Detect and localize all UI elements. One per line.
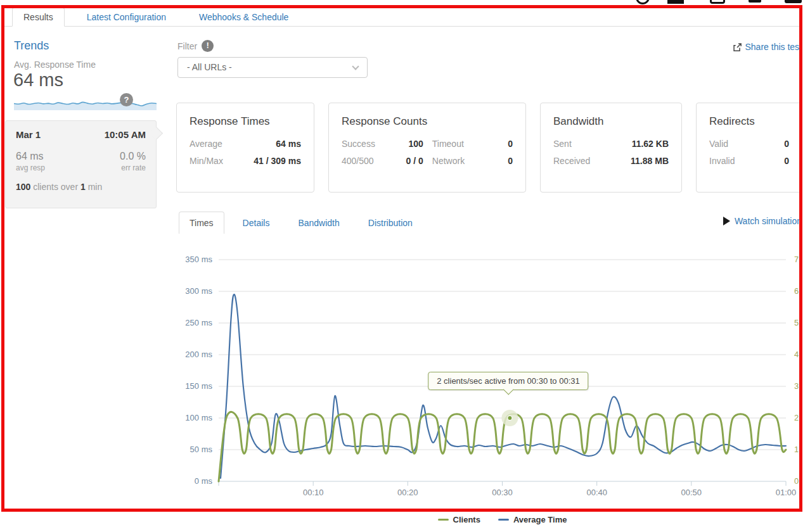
svg-text:1: 1: [794, 445, 799, 454]
average-time-legend-swatch: [498, 519, 509, 521]
stat-value: 64 ms: [276, 139, 301, 149]
run-date: Mar 1: [16, 129, 41, 140]
avg-resp-label: avg resp: [16, 163, 45, 172]
filter-label: Filter: [177, 41, 197, 51]
stat-label: 400/500: [342, 156, 375, 166]
svg-text:350 ms: 350 ms: [185, 255, 212, 264]
run-avg-response: 64 ms: [16, 151, 44, 162]
stat-label: Min/Max: [190, 156, 223, 166]
svg-text:150 ms: 150 ms: [185, 381, 212, 391]
tab-bandwidth[interactable]: Bandwidth: [288, 212, 349, 234]
watch-simulation-link[interactable]: Watch simulation: [723, 216, 802, 226]
load-test-results-page: { "colors": { "link_blue": "#337ab7", "c…: [0, 0, 810, 532]
trend-sparkline: [14, 92, 157, 110]
stat-value: 11.62 KB: [632, 139, 669, 149]
svg-text:00:10: 00:10: [303, 488, 324, 497]
url-filter-value: - All URLs -: [187, 62, 232, 72]
svg-text:00:40: 00:40: [586, 488, 607, 497]
filter-row: Filter !: [177, 40, 214, 52]
legend-item-clients[interactable]: Clients: [438, 515, 480, 524]
stat-value: 0: [473, 156, 513, 166]
watch-simulation-label: Watch simulation: [735, 216, 802, 226]
svg-text:200 ms: 200 ms: [185, 350, 212, 359]
chart-plot-area[interactable]: [219, 256, 786, 484]
chevron-down-icon: [352, 63, 359, 70]
cropped-toolbar-icons: [631, 0, 808, 5]
trend-run-card[interactable]: Mar 1 10:05 AM 64 ms 0.0 % avg resp err …: [5, 120, 157, 208]
run-time: 10:05 AM: [105, 129, 146, 140]
filter-info-icon[interactable]: !: [202, 40, 214, 52]
svg-text:00:20: 00:20: [397, 488, 418, 497]
tab-distribution[interactable]: Distribution: [358, 212, 423, 234]
clock-icon: [636, 0, 650, 4]
svg-text:5: 5: [794, 318, 799, 327]
card-title: Redirects: [709, 115, 789, 128]
svg-text:01:00: 01:00: [776, 488, 797, 497]
card-title: Response Times: [190, 115, 301, 128]
err-rate-label: err rate: [121, 163, 146, 172]
top-tab-bar: Results Latest Configuration Webhooks & …: [4, 8, 800, 27]
svg-text:300 ms: 300 ms: [185, 286, 212, 296]
legend-item-average-time[interactable]: Average Time: [498, 515, 567, 524]
stat-label: Timeout: [432, 139, 465, 149]
clients-legend-swatch: [438, 519, 449, 521]
stat-value: 0: [473, 139, 513, 149]
stat-label: Received: [553, 156, 590, 166]
stat-label: Success: [342, 139, 375, 149]
stat-value: 11.88 MB: [631, 156, 669, 166]
window-icon: [710, 0, 725, 4]
clients-legend-label: Clients: [453, 515, 480, 524]
svg-text:00:30: 00:30: [492, 488, 513, 497]
trends-heading: Trends: [14, 39, 49, 53]
svg-text:0: 0: [794, 476, 799, 486]
card-title: Bandwidth: [553, 115, 669, 128]
chart-tooltip: 2 clients/sec active from 00:30 to 00:31: [428, 372, 588, 390]
chart-tab-bar: Times Details Bandwidth Distribution: [179, 212, 431, 234]
svg-text:4: 4: [794, 350, 799, 359]
stat-label: Sent: [553, 139, 572, 149]
dark-shape-icon: [785, 0, 802, 3]
svg-text:250 ms: 250 ms: [185, 318, 212, 327]
stat-label: Average: [190, 139, 222, 149]
response-counts-card: Response Counts Success 100 Timeout 0 40…: [328, 103, 526, 193]
svg-text:0 ms: 0 ms: [195, 476, 213, 486]
stat-value: 100: [384, 139, 423, 149]
svg-text:7: 7: [794, 255, 799, 264]
stat-label: Network: [432, 156, 465, 166]
stat-value: 41 / 309 ms: [254, 156, 301, 166]
keypad-icon: [667, 0, 684, 4]
tab-latest-configuration[interactable]: Latest Configuration: [76, 8, 177, 26]
svg-text:50 ms: 50 ms: [190, 445, 213, 454]
avg-response-time-label: Avg. Response Time: [14, 60, 96, 70]
svg-text:3: 3: [794, 381, 799, 391]
response-times-card: Response Times Average64 ms Min/Max41 / …: [176, 103, 314, 193]
average-time-legend-label: Average Time: [513, 515, 567, 524]
run-error-rate: 0.0 %: [120, 151, 146, 162]
card-title: Response Counts: [342, 115, 513, 128]
tab-details[interactable]: Details: [233, 212, 280, 234]
svg-text:100 ms: 100 ms: [185, 413, 212, 422]
bandwidth-card: Bandwidth Sent11.62 KB Received11.88 MB: [540, 103, 682, 193]
stat-value: 0 / 0: [384, 156, 423, 166]
stat-label: Invalid: [709, 156, 735, 166]
dark-square-icon: [749, 0, 761, 3]
share-test-link[interactable]: Share this test: [733, 42, 802, 52]
stat-value: 0: [784, 139, 789, 149]
play-icon: [723, 217, 730, 225]
help-question-icon[interactable]: ?: [120, 93, 133, 106]
url-filter-select[interactable]: - All URLs -: [177, 57, 368, 78]
share-test-label: Share this test: [745, 42, 802, 52]
stat-value: 0: [784, 156, 789, 166]
tab-times[interactable]: Times: [179, 212, 224, 234]
svg-text:6: 6: [794, 286, 799, 296]
tab-results[interactable]: Results: [12, 8, 65, 27]
avg-response-time-value: 64 ms: [13, 70, 63, 91]
tab-webhooks-schedule[interactable]: Webhooks & Schedule: [188, 8, 299, 26]
redirects-card: Redirects Valid0 Invalid0: [696, 103, 802, 193]
svg-text:00:50: 00:50: [681, 488, 702, 497]
chart-legend: Clients Average Time: [219, 515, 786, 524]
svg-text:2: 2: [794, 413, 799, 422]
trend-card-pointer: [150, 127, 163, 140]
run-clients-summary: 100 clients over 1 min: [16, 182, 146, 192]
stat-label: Valid: [709, 139, 728, 149]
